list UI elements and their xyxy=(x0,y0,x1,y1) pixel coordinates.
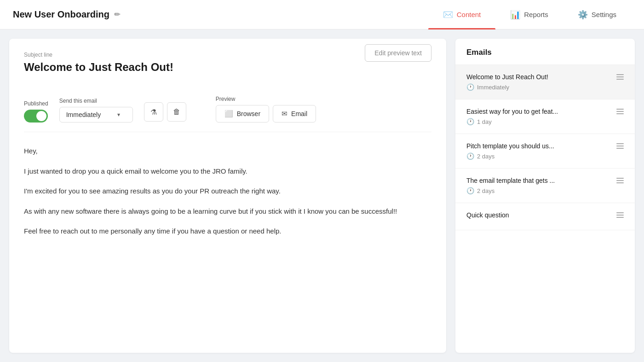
body-paragraph-4: As with any new software there is always… xyxy=(24,205,431,217)
settings-icon: ⚙️ xyxy=(578,10,588,20)
browser-label: Browser xyxy=(237,110,260,117)
browser-preview-button[interactable]: ⬜ Browser xyxy=(216,105,269,123)
body-paragraph-1: Hey, xyxy=(24,145,431,157)
menu-icon[interactable] xyxy=(616,108,624,114)
email-item-title: Easiest way for you to get feat... xyxy=(466,108,616,115)
send-timing-value: Immediately xyxy=(66,111,101,118)
clock-icon: 🕐 xyxy=(466,187,474,194)
published-control: Published xyxy=(24,100,48,123)
controls-row: Published Send this email Immediately ▾ … xyxy=(24,96,431,132)
email-item-timing: 🕐 2 days xyxy=(466,152,616,160)
published-toggle[interactable] xyxy=(24,110,48,123)
tab-reports-label: Reports xyxy=(524,11,548,18)
published-label: Published xyxy=(24,100,48,107)
subject-section: Subject line Welcome to Just Reach Out! … xyxy=(24,52,431,83)
email-preview-button[interactable]: ✉ Email xyxy=(273,105,316,123)
body-paragraph-3: I'm excited for you to see amazing resul… xyxy=(24,185,431,197)
email-item-timing: 🕐 1 day xyxy=(466,118,616,125)
emails-panel-header: Emails xyxy=(455,39,635,65)
main-layout: Subject line Welcome to Just Reach Out! … xyxy=(0,29,644,362)
tab-settings[interactable]: ⚙️ Settings xyxy=(563,0,631,29)
browser-icon: ⬜ xyxy=(224,110,233,118)
email-item-content: Quick question xyxy=(466,211,616,222)
email-item-content: Easiest way for you to get feat... 🕐 1 d… xyxy=(466,108,616,125)
preview-buttons: ⬜ Browser ✉ Email xyxy=(216,105,316,123)
email-label: Email xyxy=(291,110,307,117)
chevron-down-icon: ▾ xyxy=(117,111,120,118)
preview-label: Preview xyxy=(216,96,316,102)
emails-panel: Emails Welcome to Just Reach Out! 🕐 Imme… xyxy=(455,39,635,353)
email-item-content: Welcome to Just Reach Out! 🕐 Immediately xyxy=(466,73,616,91)
topnav-tabs: ✉️ Content 📊 Reports ⚙️ Settings xyxy=(428,0,631,29)
content-icon: ✉️ xyxy=(443,10,453,20)
email-item-timing: 🕐 2 days xyxy=(466,187,616,194)
timing-text: 1 day xyxy=(477,118,492,125)
page-title: New User Onboarding ✏ xyxy=(13,9,120,20)
email-body: Hey, I just wanted to drop you a quick e… xyxy=(24,145,431,237)
action-icons: ⚗ 🗑 xyxy=(144,102,186,122)
clock-icon: 🕐 xyxy=(466,152,474,160)
clock-icon: 🕐 xyxy=(466,118,474,125)
email-item-title: Pitch template you should us... xyxy=(466,142,616,150)
email-editor-panel: Subject line Welcome to Just Reach Out! … xyxy=(9,39,446,353)
timing-text: 2 days xyxy=(477,153,494,160)
email-list-item[interactable]: Welcome to Just Reach Out! 🕐 Immediately xyxy=(455,65,635,99)
filter-button[interactable]: ⚗ xyxy=(144,102,163,122)
tab-settings-label: Settings xyxy=(592,11,616,18)
send-label: Send this email xyxy=(59,98,133,104)
email-item-content: The email template that gets ... 🕐 2 day… xyxy=(466,177,616,194)
tab-content-label: Content xyxy=(457,11,481,18)
email-item-title: Quick question xyxy=(466,211,616,219)
email-item-title: Welcome to Just Reach Out! xyxy=(466,73,616,81)
menu-icon[interactable] xyxy=(616,73,624,80)
email-icon: ✉ xyxy=(282,110,288,118)
body-paragraph-2: I just wanted to drop you a quick email … xyxy=(24,165,431,177)
menu-icon[interactable] xyxy=(616,142,624,149)
trash-icon: 🗑 xyxy=(173,108,180,116)
body-paragraph-5: Feel free to reach out to me personally … xyxy=(24,225,431,237)
send-timing-dropdown[interactable]: Immediately ▾ xyxy=(59,107,133,123)
menu-icon[interactable] xyxy=(616,211,624,218)
tab-content[interactable]: ✉️ Content xyxy=(428,0,496,29)
preview-control: Preview ⬜ Browser ✉ Email xyxy=(216,96,316,123)
email-list-item[interactable]: The email template that gets ... 🕐 2 day… xyxy=(455,169,635,203)
edit-title-icon[interactable]: ✏ xyxy=(114,10,120,19)
email-item-title: The email template that gets ... xyxy=(466,177,616,184)
email-list-item[interactable]: Quick question xyxy=(455,203,635,230)
email-item-content: Pitch template you should us... 🕐 2 days xyxy=(466,142,616,160)
title-text: New User Onboarding xyxy=(13,9,109,20)
send-control: Send this email Immediately ▾ xyxy=(59,98,133,123)
reports-icon: 📊 xyxy=(510,10,520,20)
email-list-item[interactable]: Pitch template you should us... 🕐 2 days xyxy=(455,134,635,169)
email-item-timing: 🕐 Immediately xyxy=(466,83,616,91)
timing-text: Immediately xyxy=(477,84,509,91)
filter-icon: ⚗ xyxy=(150,108,157,117)
tab-reports[interactable]: 📊 Reports xyxy=(495,0,563,29)
preview-text-button[interactable]: Edit preview text xyxy=(365,44,431,62)
topnav: New User Onboarding ✏ ✉️ Content 📊 Repor… xyxy=(0,0,644,29)
menu-icon[interactable] xyxy=(616,177,624,183)
timing-text: 2 days xyxy=(477,187,494,194)
email-list-item[interactable]: Easiest way for you to get feat... 🕐 1 d… xyxy=(455,99,635,134)
subject-value: Welcome to Just Reach Out! xyxy=(24,61,173,74)
delete-button[interactable]: 🗑 xyxy=(167,102,186,122)
clock-icon: 🕐 xyxy=(466,83,474,91)
